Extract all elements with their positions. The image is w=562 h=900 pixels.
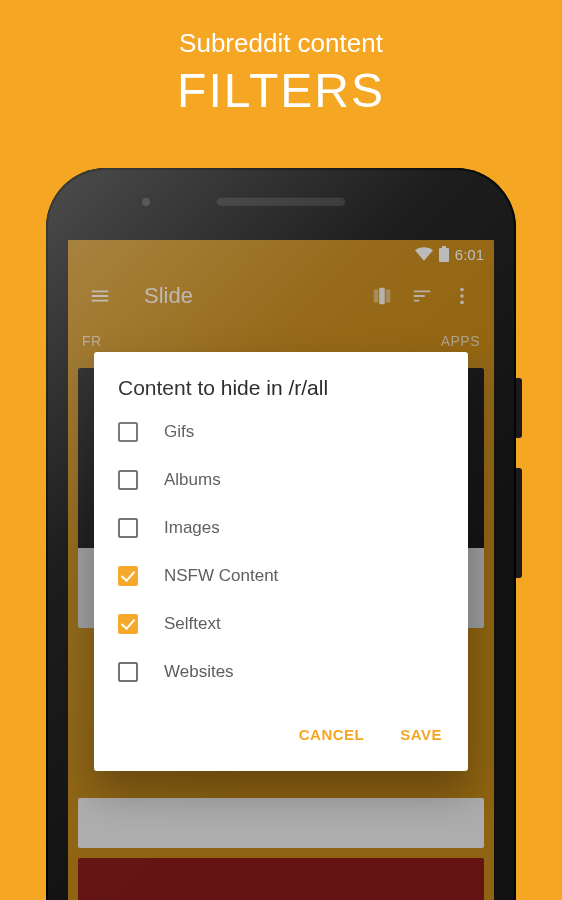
phone-speaker [216,196,346,206]
cancel-button[interactable]: CANCEL [285,716,379,753]
filter-option-images[interactable]: Images [94,504,468,552]
option-label: Albums [164,470,221,490]
option-label: Selftext [164,614,221,634]
phone-volume-button [516,468,522,578]
phone-frame: 6:01 Slide FR APPS [46,168,516,900]
filter-option-albums[interactable]: Albums [94,456,468,504]
checkbox-icon[interactable] [118,662,138,682]
checkbox-icon[interactable] [118,470,138,490]
dialog-title: Content to hide in /r/all [94,352,468,408]
filter-option-gifs[interactable]: Gifs [94,408,468,456]
checkbox-icon[interactable] [118,518,138,538]
phone-screen: 6:01 Slide FR APPS [68,240,494,900]
checkbox-checked-icon[interactable] [118,614,138,634]
save-button[interactable]: SAVE [386,716,456,753]
checkbox-checked-icon[interactable] [118,566,138,586]
promo-subtitle: Subreddit content [0,28,562,59]
phone-power-button [516,378,522,438]
option-label: Gifs [164,422,194,442]
dialog-actions: CANCEL SAVE [94,696,468,763]
option-label: Websites [164,662,234,682]
phone-camera [142,198,150,206]
filter-option-nsfw[interactable]: NSFW Content [94,552,468,600]
filter-dialog: Content to hide in /r/all Gifs Albums Im… [94,352,468,771]
option-label: Images [164,518,220,538]
checkbox-icon[interactable] [118,422,138,442]
promo-header: Subreddit content FILTERS [0,0,562,118]
filter-option-selftext[interactable]: Selftext [94,600,468,648]
option-label: NSFW Content [164,566,278,586]
promo-title: FILTERS [0,63,562,118]
filter-option-websites[interactable]: Websites [94,648,468,696]
